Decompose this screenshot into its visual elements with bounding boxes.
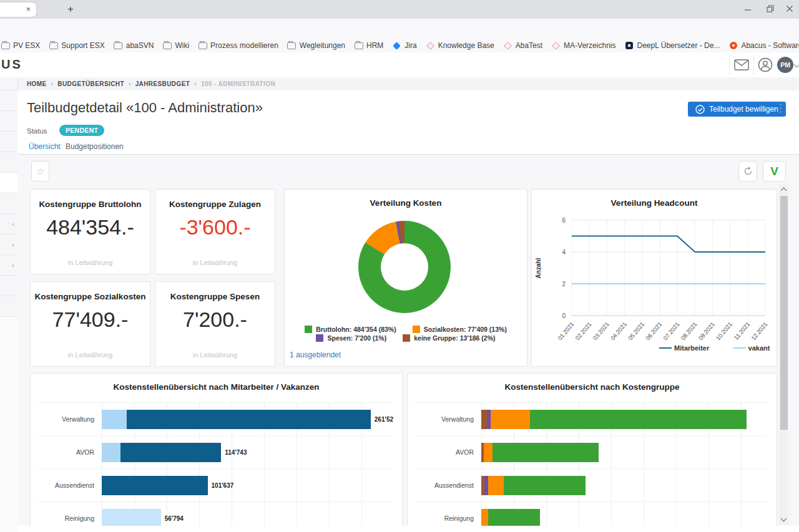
- sidebar-row[interactable]: [0, 132, 17, 152]
- abacus-logo[interactable]: US: [1, 57, 22, 72]
- chart-card-verteilung-headcount: Verteilung Headcount 0246Anzahl01.202102…: [531, 189, 777, 367]
- kpi-value: 484'354.-: [31, 215, 150, 239]
- tab-budgetpositionen[interactable]: Budgetpositionen: [66, 142, 124, 155]
- bar-segment-bruttolohn[interactable]: [493, 443, 599, 462]
- bookmark-item[interactable]: Wiki: [158, 40, 194, 51]
- bookmark-item[interactable]: Wegleitungen: [283, 40, 350, 51]
- sidebar-row[interactable]: ‹: [0, 235, 17, 255]
- user-avatar[interactable]: PM: [777, 57, 793, 73]
- bookmark-label: abaSVN: [126, 41, 154, 50]
- favorite-star-button[interactable]: ☆: [31, 161, 49, 181]
- bar-segment-mitarbeiter[interactable]: [120, 443, 221, 462]
- x-tick-label: 09.2021: [697, 321, 716, 341]
- chart-card-mitarbeiter-vakanzen: Kostenstellenübersicht nach Mitarbeiter …: [30, 373, 403, 526]
- bookmark-item[interactable]: DeepL Übersetzer - De...: [620, 40, 724, 51]
- browser-active-tab[interactable]: ×: [0, 2, 36, 17]
- window-restore-button[interactable]: [761, 0, 780, 17]
- bar-chart-mitarbeiter-vakanzen: Verwaltung261'52AVOR114'743Aussendienst1…: [37, 402, 393, 526]
- sidebar-row[interactable]: ‹: [0, 255, 17, 276]
- bookmark-label: PV ESX: [13, 41, 40, 50]
- bar-segment-bruttolohn[interactable]: [488, 509, 540, 526]
- bookmark-item[interactable]: Knowledge Base: [421, 40, 499, 51]
- bar-segment-vakant[interactable]: [102, 509, 161, 526]
- collapsed-sidebar[interactable]: ‹‹‹: [0, 77, 18, 532]
- bookmark-label: Knowledge Base: [438, 41, 494, 50]
- chevron-down-icon[interactable]: [794, 62, 799, 68]
- dashboard-scrollbar[interactable]: [779, 185, 788, 525]
- sidebar-row[interactable]: [0, 173, 17, 193]
- sidebar-row[interactable]: [0, 296, 17, 317]
- sidebar-row[interactable]: ‹: [0, 214, 17, 235]
- bar-stack: [102, 476, 208, 495]
- bar-segment-sozialkosten[interactable]: [491, 410, 530, 429]
- abaninja-v-button[interactable]: V: [763, 161, 786, 181]
- bar-segment-mitarbeiter[interactable]: [127, 410, 371, 429]
- window-close-button[interactable]: [780, 0, 799, 17]
- bookmark-item[interactable]: HRM: [350, 40, 388, 51]
- scrollbar-thumb[interactable]: [780, 196, 788, 430]
- bar-value-label: 101'637: [212, 482, 234, 489]
- bar-segment-bruttolohn[interactable]: [504, 476, 586, 495]
- sidebar-row[interactable]: [0, 152, 17, 173]
- bar-segment-sozialkosten[interactable]: [488, 476, 504, 495]
- bookmark-item[interactable]: Jira: [388, 40, 421, 51]
- bookmark-item[interactable]: PV ESX: [0, 40, 44, 51]
- dashboard: ☆ V Verteilung Kosten Bruttolohn: 484'35…: [17, 155, 799, 526]
- account-button[interactable]: [753, 52, 777, 77]
- bar-segment-vakant[interactable]: [102, 410, 127, 429]
- legend-item-bruttolohn[interactable]: Bruttolohn: 484'354 (83%): [305, 326, 396, 333]
- bar-segment-keine-gruppe[interactable]: [481, 410, 487, 429]
- check-circle-icon: [695, 105, 705, 114]
- headcount-line-chart: 0246Anzahl01.202102.202103.202104.202105…: [532, 208, 778, 367]
- hidden-series-link[interactable]: 1 ausgeblendet: [290, 351, 341, 359]
- bar-segment-mitarbeiter[interactable]: [102, 476, 208, 495]
- bookmark-item[interactable]: Prozess modellieren: [194, 40, 283, 51]
- messages-button[interactable]: [730, 52, 753, 77]
- sidebar-row[interactable]: [0, 77, 17, 90]
- kpi-card: Kostengruppe Zulagen-3'600.-in Leitwähru…: [155, 189, 275, 274]
- bookmark-item[interactable]: abaSVN: [109, 40, 159, 51]
- sidebar-row[interactable]: [0, 193, 17, 214]
- window-minimize-button[interactable]: [738, 0, 757, 17]
- legend-item-spesen[interactable]: Spesen: 7'200 (1%): [316, 334, 386, 342]
- breadcrumb-item[interactable]: 100 - ADMINISTRATION: [201, 80, 275, 87]
- breadcrumb: HOME›BUDGETÜBERSICHT›JAHRESBUDGET›100 - …: [27, 80, 275, 87]
- tab-close-icon[interactable]: ×: [26, 4, 31, 14]
- breadcrumb-item[interactable]: HOME: [27, 80, 47, 87]
- new-tab-button[interactable]: +: [63, 2, 78, 17]
- bookmark-item[interactable]: Support ESX: [44, 40, 109, 51]
- approve-budget-button[interactable]: Teilbudget bewilligen: [688, 102, 786, 117]
- x-tick-label: 06.2021: [644, 321, 664, 341]
- breadcrumb-item[interactable]: BUDGETÜBERSICHT: [57, 80, 124, 87]
- sidebar-row[interactable]: [0, 111, 17, 132]
- more-options-kebab-icon[interactable]: [780, 104, 782, 113]
- breadcrumb-item[interactable]: JAHRESBUDGET: [135, 80, 190, 87]
- bar-plot: [481, 403, 768, 435]
- x-tick-label: 11.2021: [732, 321, 751, 341]
- bookmark-label: Jira: [404, 41, 416, 50]
- bookmark-item[interactable]: MA-Verzeichnis: [547, 40, 620, 51]
- bar-segment-sozialkosten[interactable]: [481, 509, 488, 526]
- bookmark-item[interactable]: Abacus - Software Kiosk: [724, 40, 799, 51]
- kpi-title: Kostengruppe Zulagen: [155, 200, 275, 209]
- legend-item-keine-gruppe[interactable]: keine Gruppe: 13'186 (2%): [403, 334, 495, 342]
- sidebar-row[interactable]: [0, 276, 17, 296]
- scroll-up-icon[interactable]: [779, 185, 788, 195]
- scroll-down-icon[interactable]: [779, 515, 788, 525]
- refresh-button[interactable]: [738, 161, 757, 181]
- bookmarks-bar: PV ESXSupport ESXabaSVNWikiProzess model…: [0, 39, 799, 53]
- restore-icon: [767, 5, 774, 12]
- sidebar-row[interactable]: [0, 90, 17, 111]
- kpi-card: Kostengruppe Spesen7'200.-in Leitwährung: [155, 281, 275, 367]
- kpi-value: 77'409.-: [31, 307, 150, 332]
- bar-segment-bruttolohn[interactable]: [530, 410, 746, 429]
- bar-segment-sozialkosten[interactable]: [484, 443, 493, 462]
- bookmark-item[interactable]: AbaTest: [499, 40, 547, 51]
- legend-item-sozialkosten[interactable]: Sozialkosten: 77'409 (13%): [413, 326, 507, 333]
- bar-stack: [481, 509, 540, 526]
- bar-row-avor: AVOR114'743: [37, 436, 393, 469]
- folder-icon: [287, 41, 297, 50]
- chart-title: Verteilung Kosten: [285, 198, 527, 208]
- folder-icon: [49, 41, 58, 50]
- bar-segment-vakant[interactable]: [102, 443, 120, 462]
